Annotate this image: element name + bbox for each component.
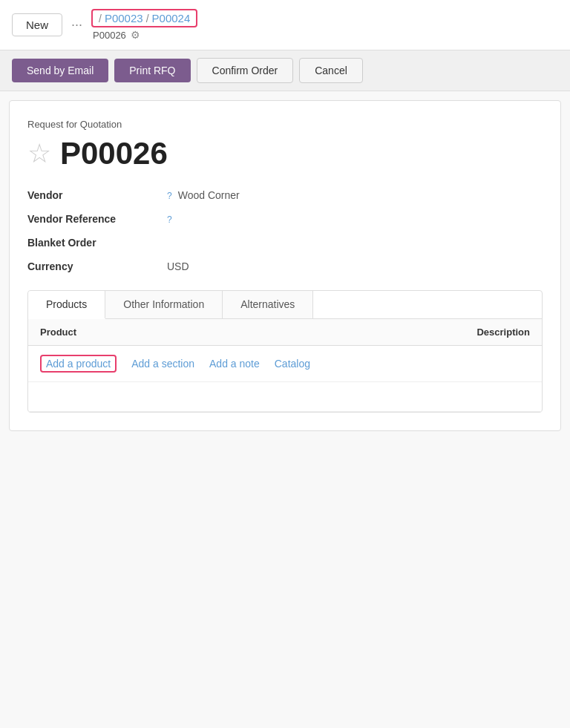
top-nav: New ··· / P00023 / P00024 P00026 ⚙ xyxy=(0,0,570,50)
blanket-order-label: Blanket Order xyxy=(27,237,161,249)
tabs-header: Products Other Information Alternatives xyxy=(28,291,542,319)
gear-icon[interactable]: ⚙ xyxy=(131,29,140,41)
action-toolbar: Send by Email Print RFQ Confirm Order Ca… xyxy=(0,50,570,91)
col-description-header: Description xyxy=(203,327,530,338)
confirm-order-button[interactable]: Confirm Order xyxy=(197,58,294,83)
products-table: Product Description Add a product Add a … xyxy=(28,319,542,412)
vendor-help-icon[interactable]: ? xyxy=(167,191,172,201)
main-content: Request for Quotation ☆ P00026 Vendor ? … xyxy=(9,100,561,431)
add-product-link[interactable]: Add a product xyxy=(40,355,117,373)
currency-label: Currency xyxy=(27,260,161,272)
breadcrumb-sep-2: / xyxy=(146,13,149,24)
vendor-reference-label: Vendor Reference xyxy=(27,213,161,225)
current-record-id: P00026 xyxy=(93,30,126,41)
new-button[interactable]: New xyxy=(12,13,62,36)
record-type-label: Request for Quotation xyxy=(27,119,543,130)
tab-products[interactable]: Products xyxy=(28,291,105,319)
favorite-star-icon[interactable]: ☆ xyxy=(27,140,51,167)
add-note-link[interactable]: Add a note xyxy=(209,358,260,370)
col-product-header: Product xyxy=(40,327,203,338)
record-id: P00026 xyxy=(60,136,168,171)
currency-field-row: Currency USD xyxy=(27,260,543,272)
breadcrumb-area: / P00023 / P00024 P00026 ⚙ xyxy=(91,9,197,41)
vendor-reference-field-row: Vendor Reference ? xyxy=(27,213,543,225)
vendor-field-row: Vendor ? Wood Corner xyxy=(27,189,543,201)
breadcrumb-link-p00024[interactable]: P00024 xyxy=(152,12,191,24)
currency-value[interactable]: USD xyxy=(167,260,189,272)
vendor-reference-help-icon[interactable]: ? xyxy=(167,214,172,225)
form-fields: Vendor ? Wood Corner Vendor Reference ? … xyxy=(27,189,543,272)
table-header: Product Description xyxy=(28,319,542,346)
record-header: ☆ P00026 xyxy=(27,136,543,171)
add-section-link[interactable]: Add a section xyxy=(131,358,194,370)
tab-other-information[interactable]: Other Information xyxy=(105,291,223,318)
table-actions: Add a product Add a section Add a note C… xyxy=(28,346,542,382)
vendor-value[interactable]: Wood Corner xyxy=(178,189,240,201)
breadcrumb-link-p00023[interactable]: P00023 xyxy=(105,12,143,24)
table-empty-row xyxy=(28,382,542,412)
blanket-order-field-row: Blanket Order xyxy=(27,237,543,249)
tabs-container: Products Other Information Alternatives … xyxy=(27,290,543,413)
send-email-button[interactable]: Send by Email xyxy=(12,59,108,82)
breadcrumb-sep-1: / xyxy=(99,13,102,24)
tab-alternatives[interactable]: Alternatives xyxy=(223,291,313,318)
breadcrumb-current: P00026 ⚙ xyxy=(91,27,197,41)
breadcrumb: / P00023 / P00024 xyxy=(91,9,197,27)
print-rfq-button[interactable]: Print RFQ xyxy=(114,59,190,82)
catalog-link[interactable]: Catalog xyxy=(275,358,310,370)
cancel-button[interactable]: Cancel xyxy=(299,58,363,83)
nav-dots-button[interactable]: ··· xyxy=(68,17,85,33)
vendor-label: Vendor xyxy=(27,189,161,201)
